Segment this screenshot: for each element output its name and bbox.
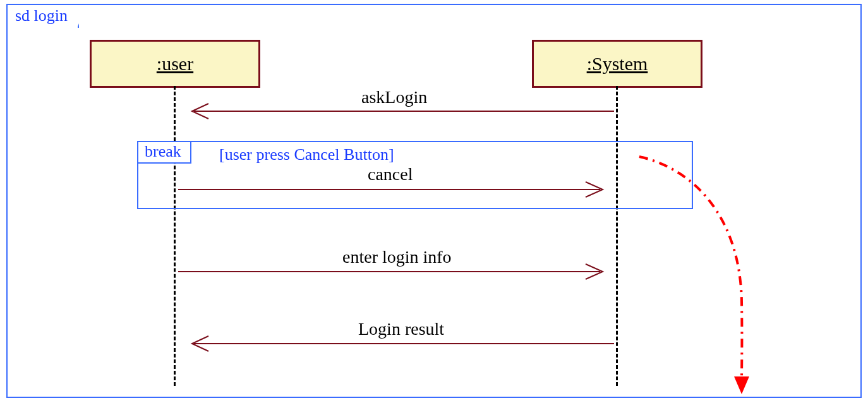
lifeline-system-line xyxy=(616,86,618,386)
lifeline-user: :user xyxy=(90,40,260,88)
lifeline-system: :System xyxy=(532,40,702,88)
frame-label: sd login xyxy=(15,6,68,25)
msg-loginresult-label: Login result xyxy=(358,319,444,339)
msg-enterlogin-label: enter login info xyxy=(342,247,452,267)
fragment-operator-tab: break xyxy=(137,141,191,164)
lifeline-user-line xyxy=(174,86,176,386)
msg-cancel-label: cancel xyxy=(368,164,413,184)
lifeline-system-label: :System xyxy=(587,53,648,74)
sequence-frame: sd login :user :System break askLogin [u… xyxy=(6,4,862,398)
svg-marker-4 xyxy=(734,376,749,394)
fragment-operator: break xyxy=(145,142,181,160)
frame-label-tab: sd login xyxy=(6,4,79,28)
fragment-guard: [user press Cancel Button] xyxy=(219,145,394,164)
lifeline-user-label: :user xyxy=(157,53,193,74)
msg-asklogin-label: askLogin xyxy=(361,87,427,107)
